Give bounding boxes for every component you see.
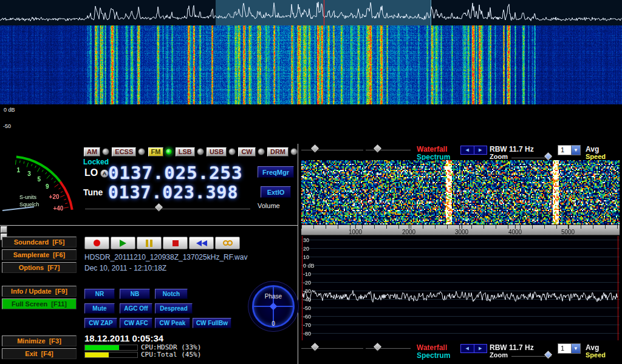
- avg-combobox[interactable]: 1 ▼: [558, 343, 581, 354]
- brightness-slider[interactable]: [301, 343, 363, 351]
- speed-label: Speed: [586, 153, 606, 160]
- mode-drm-led-icon[interactable]: [290, 148, 298, 155]
- mode-am[interactable]: AM: [84, 147, 109, 157]
- cw-zap-button[interactable]: CW ZAP: [84, 318, 117, 328]
- mode-label[interactable]: FM: [148, 147, 164, 157]
- arrow-right-button[interactable]: ►: [474, 345, 487, 352]
- extio-button[interactable]: ExtIO: [261, 186, 291, 198]
- tune-frequency-value[interactable]: 0137.023.398: [108, 183, 238, 203]
- waterfall-toggle[interactable]: Waterfall: [417, 343, 447, 352]
- divider: [0, 225, 298, 226]
- mode-cw-led-icon[interactable]: [258, 148, 265, 155]
- contrast-slider[interactable]: [366, 343, 411, 351]
- button-hotkey: [F4]: [41, 350, 53, 357]
- avg-combobox[interactable]: 1 ▼: [558, 145, 581, 155]
- mode-label[interactable]: ECSS: [112, 147, 136, 157]
- mode-drm[interactable]: DRM: [267, 147, 298, 157]
- db-scale-label: -40: [303, 297, 311, 303]
- freqmgr-button[interactable]: FreqMgr: [258, 166, 294, 178]
- playback-controls: [84, 237, 241, 249]
- fullscreen-button[interactable]: Full Screen[F11]: [2, 298, 77, 309]
- stop-button[interactable]: [163, 237, 188, 249]
- samplerate-button[interactable]: Samplerate[F6]: [2, 249, 77, 260]
- nb-button[interactable]: NB: [120, 289, 150, 299]
- speed-label: Speed: [586, 351, 606, 359]
- af-frequency-scale[interactable]: 1000 2000 3000 4000 5000: [301, 224, 620, 235]
- minimize-button[interactable]: Minimize[F3]: [2, 335, 77, 346]
- rbw-label: RBW 11.7 Hz: [490, 145, 534, 153]
- info-update-button[interactable]: Info / Update[F9]: [2, 286, 77, 297]
- contrast-slider[interactable]: [366, 145, 411, 152]
- af-scale-label: 5000: [561, 229, 575, 235]
- agc-off-button[interactable]: AGC Off: [120, 303, 152, 314]
- af-scale-label: 3000: [455, 229, 468, 235]
- chevron-down-icon[interactable]: ▼: [571, 146, 580, 155]
- db-scale-label: -20: [303, 280, 311, 286]
- mute-button[interactable]: Mute: [84, 303, 115, 314]
- spin-up-button[interactable]: [1, 226, 7, 233]
- avg-label: Avg: [586, 343, 599, 352]
- mode-am-led-icon[interactable]: [102, 148, 109, 155]
- mode-usb[interactable]: USB: [207, 147, 236, 157]
- arrow-left-button[interactable]: ◄: [461, 345, 474, 352]
- mode-ecss-led-icon[interactable]: [138, 148, 145, 155]
- zoom-label: Zoom: [490, 153, 508, 160]
- af-waterfall-display[interactable]: [301, 160, 620, 224]
- mode-label[interactable]: AM: [84, 147, 100, 157]
- exit-button[interactable]: Exit[F4]: [2, 348, 77, 359]
- cw-fullbw-button[interactable]: CW FullBw: [193, 318, 231, 328]
- options-button[interactable]: Options[F7]: [2, 262, 77, 273]
- cw-peak-button[interactable]: CW Peak: [155, 318, 190, 328]
- nr-button[interactable]: NR: [84, 289, 115, 299]
- notch-button[interactable]: Notch: [155, 289, 188, 299]
- chevron-down-icon[interactable]: ▼: [571, 344, 580, 353]
- zoom-slider[interactable]: [511, 153, 552, 160]
- main-spectrum-display[interactable]: [0, 0, 622, 25]
- shift-arrows: ◄ ►: [460, 344, 487, 353]
- waterfall-toggle[interactable]: Waterfall: [417, 145, 447, 153]
- mode-label[interactable]: CW: [238, 147, 255, 157]
- af-spectrum-display[interactable]: 30 20 10 0 dB -10 -20 -30 -40 -50 -60 -7…: [301, 236, 620, 340]
- pause-button[interactable]: [137, 237, 162, 249]
- arrow-left-button[interactable]: ◄: [461, 146, 474, 154]
- mode-label[interactable]: USB: [207, 147, 227, 157]
- spectrum-toggle[interactable]: Spectrum: [417, 351, 450, 360]
- brightness-slider[interactable]: [301, 145, 363, 152]
- recording-timestamp: Dec 10, 2011 - 12:10:18Z: [84, 264, 166, 272]
- phase-dial[interactable]: Phase 0: [248, 281, 299, 332]
- play-button[interactable]: [111, 237, 135, 249]
- mode-label[interactable]: DRM: [267, 147, 289, 157]
- mode-fm-led-icon[interactable]: [165, 148, 173, 155]
- mode-usb-led-icon[interactable]: [228, 148, 236, 155]
- arrow-right-button[interactable]: ►: [474, 146, 487, 154]
- soundcard-button[interactable]: Soundcard[F5]: [2, 237, 77, 248]
- db-axis-label-minus50: -50: [3, 123, 11, 129]
- button-label: Soundcard: [14, 238, 49, 246]
- rbw-label: RBW 11.7 Hz: [490, 343, 534, 352]
- volume-slider[interactable]: [85, 204, 250, 211]
- lo-lock-badge[interactable]: A: [100, 169, 109, 178]
- record-button[interactable]: [84, 237, 109, 249]
- s-meter[interactable]: [1, 146, 78, 223]
- cw-afc-button[interactable]: CW AFC: [120, 318, 152, 328]
- button-hotkey: [F7]: [47, 264, 60, 271]
- slider-track[interactable]: [85, 207, 250, 209]
- slider-thumb[interactable]: [155, 203, 163, 211]
- rewind-icon: [196, 240, 207, 246]
- db-scale-label: 10: [303, 254, 309, 260]
- rewind-button[interactable]: [189, 237, 214, 249]
- mode-lsb-led-icon[interactable]: [197, 148, 204, 155]
- mode-label[interactable]: LSB: [176, 147, 195, 157]
- lo-frequency-value[interactable]: 0137.025.253: [108, 163, 243, 183]
- mode-ecss[interactable]: ECSS: [112, 147, 145, 157]
- mode-cw[interactable]: CW: [238, 147, 264, 157]
- play-icon: [120, 240, 126, 247]
- af-scale-label: 4000: [508, 229, 522, 235]
- mode-lsb[interactable]: LSB: [176, 147, 204, 157]
- loop-button[interactable]: [215, 237, 240, 249]
- mode-fm[interactable]: FM: [148, 147, 173, 157]
- db-scale-label: -10: [303, 271, 311, 277]
- zoom-slider[interactable]: [511, 351, 552, 359]
- af-scale-label: 2000: [402, 229, 415, 235]
- despread-button[interactable]: Despread: [155, 303, 193, 314]
